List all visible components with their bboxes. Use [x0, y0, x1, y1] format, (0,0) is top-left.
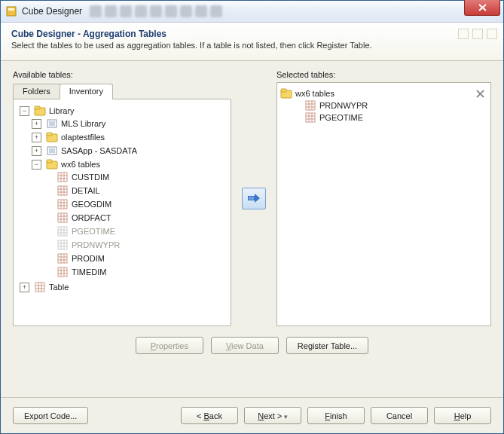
- table-icon: [304, 99, 316, 112]
- tree-node-pgeotime[interactable]: PGEOTIME: [44, 225, 228, 237]
- tabs: Folders Inventory: [13, 82, 231, 99]
- tree-label: olaptestfiles: [61, 133, 105, 142]
- svg-rect-47: [58, 267, 67, 277]
- table-icon: [57, 198, 69, 210]
- helper-buttons: [458, 29, 497, 39]
- folder-icon: [46, 131, 58, 143]
- tree-node-prodim[interactable]: PRODIM: [44, 252, 228, 264]
- tree-node-detail[interactable]: DETAIL: [44, 185, 228, 197]
- tree-node-timedim[interactable]: TIMEDIM: [44, 266, 228, 278]
- svg-rect-42: [58, 254, 67, 263]
- title-bar: Cube Designer: [1, 1, 503, 23]
- selected-group-label: wx6 tables: [295, 89, 334, 98]
- tree-node-table[interactable]: + Table: [20, 281, 228, 293]
- help-button[interactable]: Help: [434, 407, 491, 424]
- svg-rect-0: [7, 7, 16, 16]
- table-icon: [304, 112, 316, 124]
- properties-button[interactable]: Properties: [136, 337, 203, 354]
- tree-label: PGEOTIME: [72, 227, 115, 236]
- svg-rect-52: [35, 283, 44, 292]
- back-button[interactable]: < Back: [181, 407, 238, 424]
- selected-item[interactable]: PRDNWYPR: [304, 99, 487, 112]
- expand-icon[interactable]: +: [32, 146, 41, 156]
- app-icon: [5, 5, 17, 17]
- arrow-right-icon: [246, 192, 261, 204]
- wizard-body: Available tables: Folders Inventory −: [1, 61, 503, 397]
- add-to-selected-button[interactable]: [242, 188, 266, 209]
- table-icon: [57, 171, 69, 183]
- tree-node-olap[interactable]: + olaptestfiles: [32, 131, 228, 143]
- wizard-header: Cube Designer - Aggregation Tables Selec…: [1, 23, 503, 61]
- table-icon: [57, 225, 69, 237]
- toolbar-blur: [90, 5, 222, 17]
- svg-rect-7: [47, 133, 52, 136]
- collapse-icon[interactable]: −: [20, 106, 29, 116]
- library-icon: [46, 118, 58, 130]
- tree-label: Table: [49, 283, 69, 292]
- svg-rect-12: [58, 173, 67, 182]
- tab-folders[interactable]: Folders: [13, 84, 60, 99]
- selected-item-label: PRDNWYPR: [319, 101, 368, 110]
- tree-node-mls[interactable]: + MLS Library: [32, 118, 228, 130]
- table-icon: [57, 239, 69, 251]
- svg-rect-22: [58, 200, 67, 209]
- collapse-icon[interactable]: −: [32, 160, 41, 170]
- svg-rect-27: [58, 213, 67, 222]
- next-button[interactable]: Next >: [244, 407, 301, 424]
- register-table-button[interactable]: Register Table...: [286, 337, 368, 354]
- tree-label: SASApp - SASDATA: [61, 146, 137, 155]
- tree-label: TIMEDIM: [72, 267, 106, 277]
- remove-button[interactable]: ✕: [475, 86, 486, 102]
- svg-rect-1: [8, 8, 14, 11]
- table-icon: [57, 212, 69, 224]
- svg-rect-67: [306, 113, 315, 122]
- table-icon: [57, 266, 69, 278]
- tree-node-ordfact[interactable]: ORDFACT: [44, 212, 228, 224]
- finish-button[interactable]: Finish: [307, 407, 365, 424]
- selected-list[interactable]: ✕ wx6 tables PRDNWYPR PGEOTIME: [276, 82, 491, 326]
- svg-rect-3: [35, 106, 40, 109]
- tree-label: MLS Library: [61, 119, 105, 128]
- cancel-button[interactable]: Cancel: [371, 407, 428, 424]
- tree-node-custdim[interactable]: CUSTDIM: [44, 171, 228, 183]
- expand-icon[interactable]: +: [20, 283, 29, 292]
- expand-icon[interactable]: +: [32, 119, 41, 129]
- selected-label: Selected tables:: [276, 70, 491, 79]
- svg-marker-58: [255, 194, 260, 203]
- selected-item[interactable]: PGEOTIME: [304, 112, 487, 124]
- tree-node-sasapp[interactable]: + SASApp - SASDATA: [32, 145, 228, 157]
- svg-rect-5: [49, 121, 55, 126]
- expand-icon[interactable]: +: [32, 133, 41, 142]
- table-icon: [34, 281, 46, 293]
- dialog-window: Cube Designer Cube Designer - Aggregatio…: [0, 0, 504, 434]
- svg-rect-11: [47, 160, 52, 163]
- selected-item-label: PGEOTIME: [319, 113, 363, 122]
- page-title: Cube Designer - Aggregation Tables: [11, 29, 493, 39]
- tree-node-library[interactable]: − Library: [20, 105, 228, 117]
- library-icon: [46, 145, 58, 157]
- svg-rect-17: [58, 186, 67, 195]
- window-title: Cube Designer: [22, 6, 82, 17]
- svg-rect-9: [49, 148, 55, 153]
- folder-icon: [46, 158, 58, 170]
- table-icon: [57, 185, 69, 197]
- available-label: Available tables:: [13, 70, 231, 79]
- selected-group[interactable]: wx6 tables: [280, 87, 487, 99]
- tree-node-geogdim[interactable]: GEOGDIM: [44, 198, 228, 210]
- close-button[interactable]: [464, 0, 500, 16]
- tree-label: wx6 tables: [61, 160, 100, 169]
- tab-inventory[interactable]: Inventory: [60, 84, 113, 99]
- available-tree[interactable]: − Library +: [13, 99, 231, 326]
- svg-rect-32: [58, 227, 67, 236]
- view-data-button[interactable]: View Data: [211, 337, 279, 354]
- svg-rect-62: [306, 101, 315, 110]
- tree-label: GEOGDIM: [72, 200, 111, 209]
- table-icon: [57, 252, 69, 264]
- tree-label: PRODIM: [72, 254, 105, 263]
- tree-label: DETAIL: [72, 186, 100, 195]
- export-code-button[interactable]: Export Code...: [13, 407, 88, 424]
- tree-label: Library: [49, 106, 75, 115]
- svg-rect-59: [249, 197, 254, 200]
- tree-node-wx6[interactable]: − wx6 tables: [32, 158, 228, 170]
- tree-node-prdnwypr[interactable]: PRDNWYPR: [44, 239, 228, 251]
